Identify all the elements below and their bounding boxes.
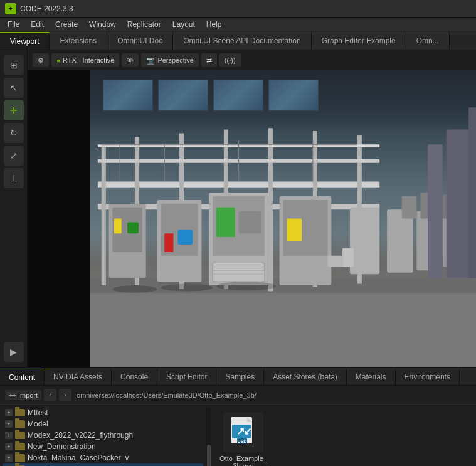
tab-omn-extra[interactable]: Omn... (406, 32, 450, 50)
visibility-button[interactable]: 👁 (122, 53, 139, 67)
tab-graph-editor[interactable]: Graph Editor Example (312, 32, 406, 50)
factory-scene (28, 70, 476, 367)
menu-bar: File Edit Create Window Replicator Layou… (0, 18, 476, 31)
svg-text:USD: USD (238, 439, 247, 443)
menu-file[interactable]: File (3, 19, 24, 30)
bottom-toolbar: + + Import ‹ › omniverse://localhost/Use… (0, 386, 476, 405)
svg-rect-16 (127, 222, 139, 233)
svg-rect-24 (239, 211, 261, 233)
svg-rect-23 (216, 208, 235, 237)
svg-point-50 (216, 282, 276, 290)
tab-samples[interactable]: Samples (216, 369, 264, 385)
tab-viewport[interactable]: Viewport (0, 32, 50, 50)
tab-nvidia-assets[interactable]: NVIDIA Assets (45, 369, 112, 385)
menu-edit[interactable]: Edit (26, 19, 49, 30)
expand-icon: + (5, 432, 13, 439)
svg-rect-41 (468, 107, 476, 278)
tab-script-editor[interactable]: Script Editor (157, 369, 216, 385)
tab-materials[interactable]: Materials (347, 369, 396, 385)
move-tool-button[interactable]: ✛ (4, 100, 24, 120)
menu-layout[interactable]: Layout (167, 19, 200, 30)
bottom-panel: Content NVIDIA Assets Console Script Edi… (0, 367, 476, 466)
svg-rect-4 (102, 144, 106, 285)
viewport-area: ⊞ ↖ ✛ ↻ ⤢ ⊥ ▶ ⚙ ● RTX - Interactive 👁 (0, 50, 476, 367)
viewport-extra-button[interactable]: ⇄ (201, 53, 217, 67)
tab-omni-ui-doc[interactable]: Omni::UI Doc (107, 32, 173, 50)
viewport-container: ⚙ ● RTX - Interactive 👁 📷 Perspective ⇄ … (28, 50, 476, 367)
eye-icon: 👁 (127, 56, 134, 64)
tree-item-modex[interactable]: + Modex_2022_v2022_flythrough (3, 430, 203, 441)
tab-omni-ui-scene[interactable]: Omni.UI Scene API Documentation (173, 32, 311, 50)
file-grid: ↗ ↙ USD Otto_Example_3b.usd (213, 407, 473, 466)
tree-item-new-demo[interactable]: + New_Demonstration (3, 441, 203, 452)
scale-tool-button[interactable]: ⤢ (4, 146, 24, 166)
svg-point-48 (112, 285, 157, 293)
import-button[interactable]: + + Import (5, 390, 41, 400)
tab-extensions[interactable]: Extensions (50, 32, 107, 50)
tree-scrollbar[interactable] (206, 407, 211, 466)
forward-button[interactable]: › (59, 389, 71, 401)
rtx-icon: ● (56, 57, 60, 64)
folder-icon (15, 420, 25, 428)
menu-help[interactable]: Help (201, 19, 227, 30)
render-mode-button[interactable]: ● RTX - Interactive (51, 53, 119, 67)
machinery-svg (90, 70, 476, 367)
svg-rect-31 (287, 219, 302, 241)
svg-rect-42 (428, 144, 443, 278)
app-icon: ✦ (5, 3, 16, 14)
svg-rect-32 (350, 208, 379, 274)
tree-item-nokta[interactable]: + Nokta_Makina_CasePacker_v (3, 452, 203, 463)
camera-button[interactable]: 📷 Perspective (141, 53, 198, 67)
menu-replicator[interactable]: Replicator (122, 19, 166, 30)
back-button[interactable]: ‹ (44, 389, 56, 401)
snap-tool-button[interactable]: ⊥ (4, 168, 24, 188)
file-thumbnail: ↗ ↙ USD (223, 412, 263, 452)
scroll-thumb[interactable] (207, 445, 211, 466)
tab-asset-stores[interactable]: Asset Stores (beta) (264, 369, 347, 385)
usd-file-icon: ↗ ↙ USD (228, 416, 258, 448)
title-bar: ✦ CODE 2022.3.3 (0, 0, 476, 18)
grid-tool-button[interactable]: ⊞ (4, 55, 24, 75)
folder-icon (15, 454, 25, 462)
play-tool-button[interactable]: ▶ (4, 342, 24, 362)
viewport-toolbar: ⚙ ● RTX - Interactive 👁 📷 Perspective ⇄ … (28, 50, 476, 70)
audio-icon: ((·)) (225, 56, 236, 64)
svg-rect-20 (178, 230, 193, 245)
arrows-icon: ⇄ (206, 56, 212, 65)
tab-console[interactable]: Console (112, 369, 157, 385)
file-browser: + MItest + Model + Modex_2022_v2022_flyt… (0, 405, 476, 466)
svg-marker-0 (90, 293, 476, 367)
file-name-label: Otto_Example_3b.usd (218, 455, 268, 466)
expand-icon: + (5, 409, 13, 416)
viewport-settings-button[interactable]: ⚙ (33, 53, 49, 67)
select-tool-button[interactable]: ↖ (4, 78, 24, 98)
left-toolbar: ⊞ ↖ ✛ ↻ ⤢ ⊥ ▶ (0, 50, 28, 367)
folder-icon (15, 443, 25, 450)
expand-icon: + (5, 420, 13, 428)
menu-create[interactable]: Create (50, 19, 83, 30)
main-tab-bar: Viewport Extensions Omni::UI Doc Omni.UI… (0, 31, 476, 50)
file-item-otto-usd[interactable]: ↗ ↙ USD Otto_Example_3b.usd (218, 412, 268, 466)
tree-item-otto[interactable]: + Otto_Example_3b (3, 463, 203, 466)
svg-rect-19 (164, 233, 173, 252)
app-title: CODE 2022.3.3 (20, 4, 73, 13)
rotate-tool-button[interactable]: ↻ (4, 123, 24, 143)
folder-icon (15, 432, 25, 439)
svg-point-49 (161, 284, 213, 292)
viewport-audio-button[interactable]: ((·)) (219, 53, 241, 67)
bottom-tab-bar: Content NVIDIA Assets Console Script Edi… (0, 368, 476, 386)
svg-rect-52 (327, 256, 342, 267)
3d-scene (28, 70, 476, 367)
expand-icon: + (5, 454, 13, 462)
tab-environments[interactable]: Environments (396, 369, 460, 385)
menu-window[interactable]: Window (84, 19, 121, 30)
tree-view: + MItest + Model + Modex_2022_v2022_flyt… (3, 407, 203, 466)
svg-rect-15 (114, 219, 122, 234)
svg-rect-51 (342, 248, 354, 267)
svg-rect-36 (402, 196, 417, 218)
camera-icon: 📷 (146, 56, 155, 65)
tree-item-mitest[interactable]: + MItest (3, 407, 203, 418)
tree-item-model[interactable]: + Model (3, 418, 203, 430)
tab-content[interactable]: Content (0, 369, 45, 385)
settings-icon: ⚙ (38, 56, 44, 65)
